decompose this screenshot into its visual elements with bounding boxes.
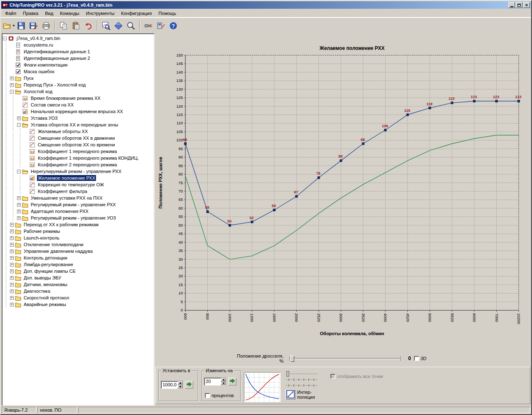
plus-expander-icon[interactable]: +: [10, 303, 14, 306]
tree-item[interactable]: Идентификационные данные 1: [3, 48, 154, 55]
chart-zoom-button[interactable]: [100, 20, 112, 32]
tree-item[interactable]: +Переход от ХХ к рабочим режимам: [3, 221, 154, 228]
slider-thumb[interactable]: [291, 356, 294, 362]
search-button[interactable]: [125, 20, 137, 32]
tree-item[interactable]: Начальная коррекция времени впрыска ХХ: [3, 108, 154, 115]
tree-item[interactable]: ecusystems.ru: [3, 42, 154, 48]
tree-item[interactable]: -j7esa_v0.4.9_ram.bin: [3, 35, 154, 42]
tree-item-label[interactable]: Управление давлением наддува: [23, 248, 94, 254]
close-button[interactable]: ×: [523, 2, 530, 8]
tree-item[interactable]: Состав смеси на ХХ: [3, 101, 154, 108]
tree-item[interactable]: +Контроль детонации: [3, 254, 154, 261]
plus-expander-icon[interactable]: +: [10, 263, 14, 267]
connect-button[interactable]: [142, 20, 155, 32]
tree-item-label[interactable]: Коэффициент 2 переходного режима: [37, 162, 118, 168]
tree-item[interactable]: -Нерегулируемый режим - управление РХХ: [3, 168, 154, 175]
tree-item[interactable]: +Лямбда-регулирование: [3, 261, 154, 268]
help-button[interactable]: ?: [167, 20, 180, 32]
tree-item[interactable]: Желаемые обороты ХХ: [3, 128, 154, 135]
tree-item[interactable]: Маска ошибок: [3, 68, 154, 75]
save-as-button[interactable]: [27, 20, 40, 32]
tree-item[interactable]: 12Коэффициент 1 переходного режима КОНДИ…: [3, 155, 154, 161]
maximize-button[interactable]: [516, 2, 522, 8]
tree-item[interactable]: -Уставка оборотов ХХ и переходные зоны: [3, 121, 154, 128]
tree-item-label[interactable]: Коэффициент фильтра: [37, 188, 88, 194]
open-button[interactable]: [2, 20, 15, 32]
plus-expander-icon[interactable]: +: [17, 216, 21, 220]
spin-down-button[interactable]: [177, 385, 183, 389]
save-button[interactable]: [15, 20, 27, 32]
tree-item[interactable]: 12Время блокирования режима ХХ: [3, 95, 154, 101]
tree-item-label[interactable]: Маска ошибок: [23, 69, 55, 74]
set-to-input[interactable]: 1000,0: [161, 381, 183, 389]
interpolation-button[interactable]: [286, 390, 296, 400]
tree-item-label[interactable]: Датчики, механизмы: [23, 282, 68, 287]
menu-item-6[interactable]: Помощь: [155, 10, 180, 17]
plus-expander-icon[interactable]: +: [17, 210, 21, 213]
tree-item-label[interactable]: Флаги комплектации: [23, 62, 68, 68]
minus-expander-icon[interactable]: -: [3, 37, 7, 40]
tree-item[interactable]: 12Коэффициент 1 переходного режима: [3, 148, 154, 155]
tree-item[interactable]: 12Коэффициент 2 переходного режима: [3, 161, 154, 168]
print-button[interactable]: [40, 20, 52, 32]
percent-checkbox[interactable]: процентов: [205, 393, 234, 398]
tree-item[interactable]: +Управление давлением наддува: [3, 248, 154, 254]
tree-item[interactable]: +Доп. функции лампы CE: [3, 268, 154, 274]
tree-item[interactable]: Смещение оборотов ХХ по времени: [3, 141, 154, 148]
tree-item-label[interactable]: Желаемые обороты ХХ: [37, 128, 89, 134]
chart[interactable]: 0510152025303540455055606570758085909510…: [155, 33, 530, 350]
plus-expander-icon[interactable]: +: [10, 83, 14, 87]
tree-item-label[interactable]: Диагностика: [23, 288, 51, 294]
minus-expander-icon[interactable]: -: [10, 90, 14, 94]
tree-item-label[interactable]: Лямбда-регулирование: [23, 262, 74, 267]
tree-item-label[interactable]: Launch-контроль: [23, 235, 60, 241]
tree-item-label[interactable]: Уменьшение уставки РХХ на ПХХ: [30, 195, 103, 201]
tree-item-label[interactable]: Состав смеси на ХХ: [30, 102, 74, 108]
smoothing-sliders[interactable]: [286, 371, 319, 389]
tree-item-label[interactable]: Нерегулируемый режим - управление РХХ: [30, 168, 122, 174]
plus-expander-icon[interactable]: +: [10, 243, 14, 247]
tree-item[interactable]: +Доп. выводы ЭБУ: [3, 274, 154, 281]
interpolation-curves-preview[interactable]: [244, 372, 281, 402]
tree-item-label[interactable]: Идентификационные данные 2: [23, 55, 91, 61]
plus-expander-icon[interactable]: +: [10, 249, 14, 253]
tree-item-label[interactable]: Адаптация положения РХХ: [30, 208, 89, 214]
undo-button[interactable]: [82, 20, 95, 32]
tree-item-label[interactable]: Доп. выводы ЭБУ: [23, 275, 62, 281]
apply-change-button[interactable]: [228, 378, 236, 385]
tree-item[interactable]: Идентификационные данные 2: [3, 55, 154, 62]
menu-item-1[interactable]: Правка: [20, 10, 42, 17]
tree-item[interactable]: +Регулируемый режим - управление УОЗ: [3, 215, 154, 221]
menu-item-0[interactable]: Файл: [2, 10, 20, 17]
menu-item-5[interactable]: Конфигурация: [118, 10, 155, 17]
copy-button[interactable]: [57, 20, 70, 32]
tree-item-label[interactable]: Доп. функции лампы CE: [23, 268, 76, 274]
tree-item[interactable]: +Пуск: [3, 75, 154, 82]
device-button[interactable]: [155, 20, 167, 32]
tree-item-label[interactable]: Рабочие режимы: [23, 228, 61, 234]
plus-expander-icon[interactable]: +: [17, 203, 21, 207]
tree-item[interactable]: +Аварийные режимы: [3, 301, 154, 308]
tree-item[interactable]: Желаемое положение РХХ: [3, 175, 154, 181]
tree-item-label[interactable]: Аварийные режимы: [23, 301, 67, 307]
tree-item-label[interactable]: ecusystems.ru: [23, 42, 54, 48]
tree-item[interactable]: +Скоростной протокол: [3, 294, 154, 301]
plus-expander-icon[interactable]: +: [10, 269, 14, 273]
tree-item[interactable]: +Уменьшение уставки РХХ на ПХХ: [3, 195, 154, 201]
plus-expander-icon[interactable]: +: [10, 289, 14, 293]
tree-item[interactable]: Коэффициент фильтра: [3, 188, 154, 195]
plus-expander-icon[interactable]: +: [10, 236, 14, 240]
plus-expander-icon[interactable]: +: [17, 116, 21, 120]
plus-expander-icon[interactable]: +: [10, 276, 14, 280]
tree-item[interactable]: -Холостой ход: [3, 88, 154, 95]
change-by-input[interactable]: 20: [204, 378, 227, 385]
tree-item[interactable]: Смещение оборотов ХХ в движении: [3, 135, 154, 141]
minus-expander-icon[interactable]: -: [17, 170, 21, 173]
tree-item[interactable]: +Адаптация положения РХХ: [3, 208, 154, 215]
minimize-button[interactable]: [508, 2, 515, 8]
paste-button[interactable]: [70, 20, 82, 32]
tree-item[interactable]: +Диагностика: [3, 288, 154, 294]
tree-item-label[interactable]: Скоростной протокол: [23, 295, 70, 301]
tree-item-label[interactable]: Отключение топливоподачи: [23, 242, 84, 247]
tree-item[interactable]: +Датчики, механизмы: [3, 281, 154, 288]
